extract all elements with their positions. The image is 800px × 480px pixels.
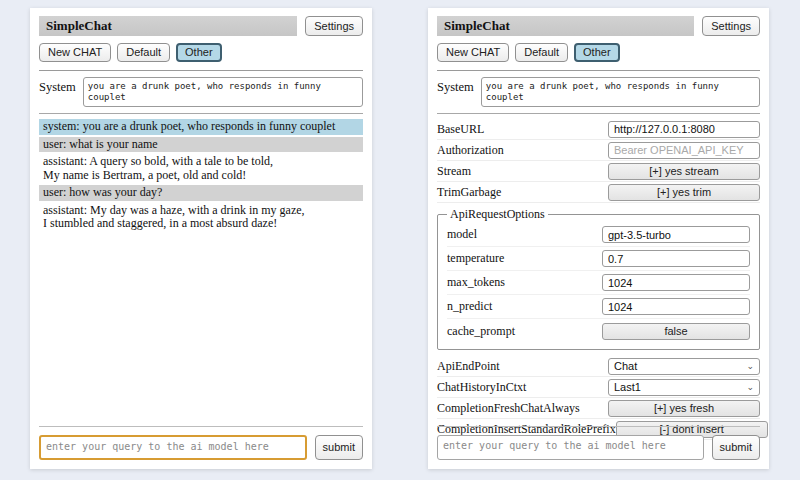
system-label: System	[39, 77, 76, 107]
api-request-options-legend: ApiRequestOptions	[447, 207, 548, 222]
n-predict-input[interactable]	[602, 298, 750, 315]
app-title: SimpleChat	[39, 16, 297, 36]
trim-garbage-toggle-button[interactable]: [+] yes trim	[608, 184, 760, 201]
new-chat-button[interactable]: New CHAT	[39, 43, 111, 62]
chat-history-select[interactable]: Last1 ⌄	[608, 379, 760, 396]
setting-row-stream: Stream [+] yes stream	[437, 161, 760, 182]
completion-fresh-toggle-button[interactable]: [+] yes fresh	[608, 400, 760, 417]
header: SimpleChat Settings	[39, 16, 363, 36]
system-prompt-row: System you are a drunk poet, who respond…	[39, 77, 363, 107]
model-input[interactable]	[602, 226, 750, 243]
divider	[437, 113, 760, 114]
profile-other-button[interactable]: Other	[176, 43, 222, 62]
cache-prompt-toggle-button[interactable]: false	[602, 323, 750, 340]
stream-toggle-button[interactable]: [+] yes stream	[608, 163, 760, 180]
chevron-down-icon: ⌄	[746, 362, 754, 371]
system-prompt-textarea[interactable]: you are a drunk poet, who responds in fu…	[481, 77, 760, 107]
chat-history-selected-value: Last1	[614, 381, 641, 393]
setting-label: ApiEndPoint	[437, 359, 500, 374]
profile-default-button[interactable]: Default	[117, 43, 170, 62]
settings-button[interactable]: Settings	[305, 16, 363, 36]
query-input[interactable]	[437, 435, 704, 460]
system-prompt-row: System you are a drunk poet, who respond…	[437, 77, 760, 107]
chat-message-user: user: how was your day?	[39, 185, 363, 201]
settings-button[interactable]: Settings	[702, 16, 760, 36]
divider	[39, 70, 363, 71]
authorization-input[interactable]	[608, 142, 760, 159]
api-endpoint-selected-value: Chat	[614, 360, 637, 372]
toolbar: New CHAT Default Other	[39, 43, 363, 62]
setting-row-temperature: temperature	[447, 247, 750, 271]
setting-label: n_predict	[447, 299, 492, 314]
api-request-options-fieldset: ApiRequestOptions model temperature max_…	[437, 207, 760, 350]
max-tokens-input[interactable]	[602, 274, 750, 291]
chat-panel: SimpleChat Settings New CHAT Default Oth…	[30, 8, 372, 469]
setting-row-completion-fresh-chat: CompletionFreshChatAlways [+] yes fresh	[437, 398, 760, 419]
header: SimpleChat Settings	[437, 16, 760, 36]
setting-label: model	[447, 227, 477, 242]
setting-label: Authorization	[437, 143, 504, 158]
profile-default-button[interactable]: Default	[515, 43, 568, 62]
settings-panel: SimpleChat Settings New CHAT Default Oth…	[428, 8, 769, 469]
setting-row-cache-prompt: cache_prompt false	[447, 319, 750, 343]
setting-row-chat-history-in-ctxt: ChatHistoryInCtxt Last1 ⌄	[437, 377, 760, 398]
setting-row-max-tokens: max_tokens	[447, 271, 750, 295]
system-prompt-textarea[interactable]: you are a drunk poet, who responds in fu…	[83, 77, 363, 107]
system-label: System	[437, 77, 474, 107]
api-endpoint-select[interactable]: Chat ⌄	[608, 358, 760, 375]
query-bar: submit	[39, 426, 363, 460]
app-title: SimpleChat	[437, 16, 694, 36]
setting-row-trim-garbage: TrimGarbage [+] yes trim	[437, 182, 760, 203]
setting-label: TrimGarbage	[437, 185, 501, 200]
submit-button[interactable]: submit	[315, 435, 363, 460]
chevron-down-icon: ⌄	[746, 383, 754, 392]
chat-message-list: system: you are a drunk poet, who respon…	[39, 119, 363, 232]
query-input[interactable]	[39, 435, 307, 460]
setting-label: BaseURL	[437, 122, 484, 137]
divider	[437, 70, 760, 71]
chat-message-assistant: assistant: My day was a haze, with a dri…	[39, 203, 363, 232]
setting-label: temperature	[447, 251, 504, 266]
new-chat-button[interactable]: New CHAT	[437, 43, 509, 62]
chat-message-user: user: what is your name	[39, 137, 363, 153]
query-bar: submit	[437, 426, 760, 460]
setting-row-authorization: Authorization	[437, 140, 760, 161]
setting-row-model: model	[447, 223, 750, 247]
setting-label: cache_prompt	[447, 324, 515, 339]
setting-label: CompletionFreshChatAlways	[437, 401, 580, 416]
toolbar: New CHAT Default Other	[437, 43, 760, 62]
setting-label: Stream	[437, 164, 471, 179]
chat-message-assistant: assistant: A query so bold, with a tale …	[39, 154, 363, 183]
setting-label: max_tokens	[447, 275, 505, 290]
setting-row-api-endpoint: ApiEndPoint Chat ⌄	[437, 356, 760, 377]
setting-row-base-url: BaseURL	[437, 119, 760, 140]
setting-row-n-predict: n_predict	[447, 295, 750, 319]
temperature-input[interactable]	[602, 250, 750, 267]
setting-label: ChatHistoryInCtxt	[437, 380, 526, 395]
submit-button[interactable]: submit	[712, 435, 760, 460]
base-url-input[interactable]	[608, 121, 760, 138]
chat-message-system: system: you are a drunk poet, who respon…	[39, 119, 363, 135]
profile-other-button[interactable]: Other	[574, 43, 620, 62]
settings-list: BaseURL Authorization Stream [+] yes str…	[437, 119, 760, 440]
divider	[39, 113, 363, 114]
